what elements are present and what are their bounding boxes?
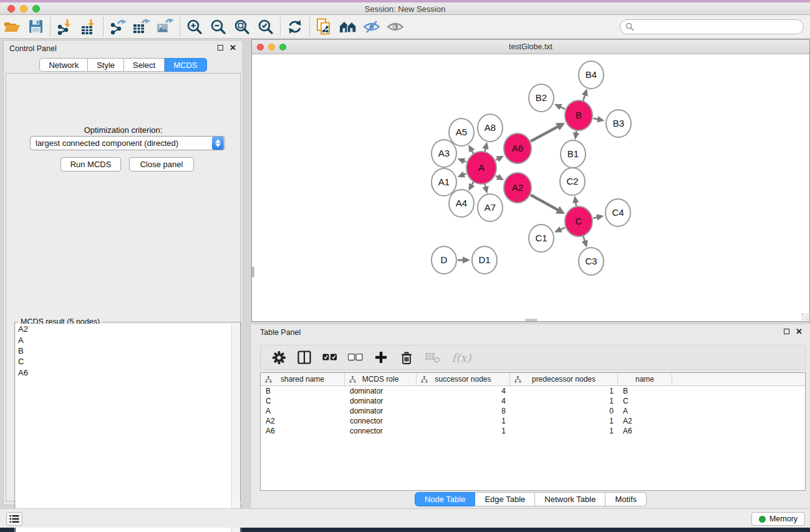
tree-icon xyxy=(265,376,272,383)
refresh-button[interactable] xyxy=(283,17,307,37)
graph-node[interactable]: B4 xyxy=(579,61,604,89)
delete-column-button[interactable] xyxy=(396,347,417,367)
float-panel-icon[interactable] xyxy=(784,329,789,334)
gear-icon xyxy=(272,351,286,365)
graph-node[interactable]: A1 xyxy=(432,168,456,196)
list-item[interactable]: A6 xyxy=(16,367,231,378)
column-header-mcds-role[interactable]: MCDS role xyxy=(345,373,417,385)
search-input[interactable] xyxy=(634,21,803,33)
list-item[interactable]: A2 xyxy=(16,324,231,334)
graph-node[interactable]: B xyxy=(565,100,592,130)
tab-style[interactable]: Style xyxy=(88,58,124,72)
export-network-button[interactable] xyxy=(106,17,130,37)
run-mcds-button[interactable]: Run MCDS xyxy=(60,157,121,172)
graph-node[interactable]: A2 xyxy=(504,173,531,203)
graph-node[interactable]: C3 xyxy=(579,248,604,275)
show-all-button[interactable] xyxy=(383,17,407,37)
table-row[interactable]: B dominator 4 1 B xyxy=(261,386,805,396)
tree-icon xyxy=(421,376,428,383)
graph-node[interactable]: D xyxy=(432,246,456,274)
delete-table-button[interactable] xyxy=(422,347,443,367)
graph-node[interactable]: B3 xyxy=(606,110,631,137)
zoom-fit-button[interactable] xyxy=(230,17,254,37)
graph-node[interactable]: A xyxy=(466,152,496,184)
graph-node[interactable]: A6 xyxy=(504,133,531,163)
table-row[interactable]: A2 connector 1 1 A2 xyxy=(261,416,805,426)
graph-node[interactable]: A4 xyxy=(449,190,474,217)
save-session-button[interactable] xyxy=(24,17,47,37)
zoom-out-button[interactable] xyxy=(206,17,230,37)
column-header-successor-nodes[interactable]: successor nodes xyxy=(417,373,510,385)
hide-selected-button[interactable] xyxy=(360,17,383,37)
export-image-icon xyxy=(157,19,174,35)
list-item[interactable]: C xyxy=(16,356,231,367)
float-panel-icon[interactable] xyxy=(218,45,223,51)
tab-node-table[interactable]: Node Table xyxy=(415,492,476,506)
first-neighbors-button[interactable] xyxy=(336,17,360,37)
edge-arrowhead-icon xyxy=(596,214,604,220)
close-panel-icon[interactable]: ✕ xyxy=(796,329,803,334)
list-item[interactable]: A xyxy=(16,334,231,345)
add-column-button[interactable] xyxy=(370,347,392,367)
resize-grip[interactable] xyxy=(801,313,809,321)
horizontal-scrollbar-thumb[interactable] xyxy=(525,319,538,321)
tab-select[interactable]: Select xyxy=(124,58,165,72)
tab-edge-table[interactable]: Edge Table xyxy=(475,492,535,506)
graph-node[interactable]: B2 xyxy=(529,84,554,112)
graph-node[interactable]: A8 xyxy=(478,114,503,142)
function-builder-button[interactable]: f(x) xyxy=(447,347,476,367)
select-all-button[interactable] xyxy=(319,347,340,367)
edge-arrowhead-icon xyxy=(597,116,604,122)
graph-node[interactable]: A3 xyxy=(432,140,456,167)
network-window-title: testGlobe.txt xyxy=(252,42,809,51)
search-icon xyxy=(625,22,634,31)
table-row[interactable]: A dominator 8 0 A xyxy=(261,406,805,416)
export-image-button[interactable] xyxy=(153,17,177,37)
open-file-button[interactable] xyxy=(0,17,24,37)
edge-arrowhead-icon xyxy=(582,240,588,248)
graph-node[interactable]: B1 xyxy=(561,140,586,168)
table-row[interactable]: A6 connector 1 1 A6 xyxy=(261,426,805,436)
criterion-dropdown[interactable]: largest connected component (directed) xyxy=(30,136,225,150)
memory-button[interactable]: Memory xyxy=(751,512,805,526)
table-row[interactable]: C dominator 4 1 C xyxy=(261,396,805,406)
column-selector-button[interactable] xyxy=(294,347,315,367)
export-table-button[interactable] xyxy=(130,17,153,37)
list-item[interactable]: B xyxy=(16,346,231,356)
import-network-button[interactable] xyxy=(53,17,77,37)
tab-motifs[interactable]: Motifs xyxy=(605,492,647,506)
graph-node[interactable]: C4 xyxy=(605,199,630,226)
result-list-scrollbar[interactable] xyxy=(231,324,240,532)
tab-network[interactable]: Network xyxy=(39,58,88,72)
graph-edge[interactable] xyxy=(531,126,559,141)
close-panel-button[interactable]: Close panel xyxy=(129,157,194,172)
toolbar-separator xyxy=(280,17,281,36)
column-header-predecessor-nodes[interactable]: predecessor nodes xyxy=(510,373,618,385)
graph-node[interactable]: C2 xyxy=(560,168,585,195)
eye-icon xyxy=(387,20,404,34)
table-settings-button[interactable] xyxy=(268,347,289,367)
vertical-scrollbar-thumb[interactable] xyxy=(252,266,254,278)
column-header-shared-name[interactable]: shared name xyxy=(261,373,345,385)
close-panel-icon[interactable]: ✕ xyxy=(229,45,236,51)
tab-mcds[interactable]: MCDS xyxy=(165,58,206,72)
network-canvas[interactable]: B4B2BB3A5A8A6A3B1AA1C2A2A4A7C4CC1DD1C3 xyxy=(252,54,809,321)
graph-node[interactable]: C1 xyxy=(529,225,554,252)
search-field[interactable] xyxy=(620,19,804,34)
node-label: C2 xyxy=(566,176,578,186)
import-table-button[interactable] xyxy=(77,17,100,37)
column-header-name[interactable]: name xyxy=(618,373,672,385)
zoom-selected-button[interactable] xyxy=(254,17,277,37)
tab-network-table[interactable]: Network Table xyxy=(535,492,605,506)
table-header-row: shared name MCDS role successor nodes pr… xyxy=(261,373,805,386)
graph-edge[interactable] xyxy=(531,195,559,211)
import-network-icon xyxy=(57,19,73,35)
graph-node[interactable]: C xyxy=(565,206,592,236)
unselect-all-button[interactable] xyxy=(345,347,366,367)
zoom-in-button[interactable] xyxy=(183,17,206,37)
new-session-from-network-button[interactable] xyxy=(312,17,336,37)
show-log-button[interactable] xyxy=(6,512,22,526)
graph-node[interactable]: A7 xyxy=(478,194,503,221)
graph-node[interactable]: D1 xyxy=(472,246,497,274)
graph-node[interactable]: A5 xyxy=(449,118,474,146)
